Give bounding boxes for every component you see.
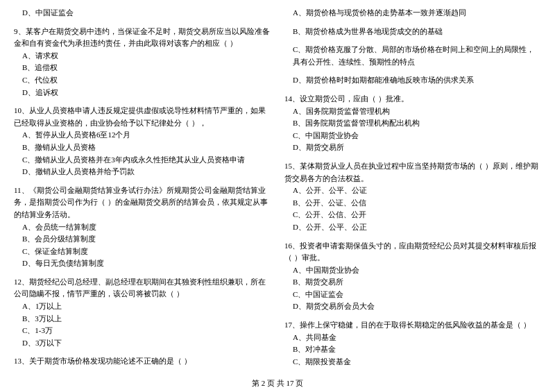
q16-optD: D、期货交易所会员大会 [284, 300, 541, 313]
q12-text: 12、期货经纪公司总经理、副总经理在职期间在其独资利性组织兼职，所在公司隐瞒不报… [14, 276, 271, 300]
q11-optB: B、会员分级结算制度 [14, 233, 271, 246]
q15-text: 15、某体期货从业人员在执业过程中应当坚持期货市场的（ ）原则，维护期货交易各方… [284, 160, 541, 185]
q9-text: 9、某客户在期货交易中违约，当保证金不足时，期货交易所应当以风险准备金和自有资金… [14, 26, 271, 50]
q11-optC: C、保证金结算制度 [14, 246, 271, 258]
q9-optC: C、代位权 [14, 74, 271, 87]
option-d-text: D、中国证监会 [14, 7, 271, 19]
q17-optA: A、共同基金 [284, 332, 541, 344]
right-optC: C、期货价格克服了分散、局部的市场价格在时间上和空间上的局限性，具有公开性、连续… [284, 44, 541, 68]
right-optB-text: B、期货价格成为世界各地现货成交的的基础 [284, 26, 541, 38]
q16-optA: A、中国期货业协会 [284, 264, 541, 277]
q12-optA: A、1万以上 [14, 300, 271, 313]
page-container: D、中国证监会 9、某客户在期货交易中违约，当保证金不足时，期货交易所应当以风险… [14, 7, 541, 389]
question-16: 16、投资者申请套期保值头寸的，应由期货经纪公员对其提交材料审核后报（ ）审批。… [284, 240, 541, 314]
left-column: D、中国证监会 9、某客户在期货交易中违约，当保证金不足时，期货交易所应当以风险… [14, 7, 271, 371]
question-11: 11、《期货公司金融期货结算业务试行办法》所规期货公司金融期货结算业务，是指期货… [14, 185, 271, 270]
q14-optC: C、中国期货业协会 [284, 130, 541, 142]
q10-text: 10、从业人员资格申请人违反规定提供虚假或说导性材料情节严重的，如果已经取得从业… [14, 105, 271, 129]
q9-optA: A、请求权 [14, 50, 271, 62]
right-optA: A、期货价格与现货价格的走势基本一致并逐渐趋同 [284, 7, 541, 19]
q14-optB: B、国务院期货监督管理机构配出机构 [284, 117, 541, 130]
right-optB: B、期货价格成为世界各地现货成交的的基础 [284, 26, 541, 38]
question-9: 9、某客户在期货交易中违约，当保证金不足时，期货交易所应当以风险准备金和自有资金… [14, 26, 271, 99]
right-column: A、期货价格与现货价格的走势基本一致并逐渐趋同 B、期货价格成为世界各地现货成交… [284, 7, 541, 371]
question-10: 10、从业人员资格申请人违反规定提供虚假或说导性材料情节严重的，如果已经取得从业… [14, 105, 271, 178]
q16-text: 16、投资者申请套期保值头寸的，应由期货经纪公员对其提交材料审核后报（ ）审批。 [284, 240, 541, 264]
q17-optC: C、期限投资基金 [284, 356, 541, 368]
question-17: 17、操作上保守稳健，目的在于取得长期稳定的低风险收益的基金是（ ） A、共同基… [284, 319, 541, 368]
q17-text: 17、操作上保守稳健，目的在于取得长期稳定的低风险收益的基金是（ ） [284, 319, 541, 332]
right-optC-text: C、期货价格克服了分散、局部的市场价格在时间上和空间上的局限性，具有公开性、连续… [284, 44, 541, 68]
page-number: 第 2 页 共 17 页 [14, 378, 541, 389]
question-15: 15、某体期货从业人员在执业过程中应当坚持期货市场的（ ）原则，维护期货交易各方… [284, 160, 541, 234]
q14-optD: D、期货交易所 [284, 142, 541, 154]
question-13: 13、关于期货市场价格发现功能论述不正确的是（ ） [14, 355, 271, 368]
q10-optC: C、撤销从业人员资格并在3年内或永久性拒绝其从业人员资格申请 [14, 154, 271, 167]
q12-optB: B、3万以上 [14, 313, 271, 325]
right-optD: D、期货价格时时如期都能准确地反映市场的供求关系 [284, 74, 541, 87]
question-12: 12、期货经纪公司总经理、副总经理在职期间在其独资利性组织兼职，所在公司隐瞒不报… [14, 276, 271, 350]
q9-optD: D、追诉权 [14, 87, 271, 99]
q13-text: 13、关于期货市场价格发现功能论述不正确的是（ ） [14, 355, 271, 368]
q11-optD: D、每日无负债结算制度 [14, 257, 271, 270]
q15-optB: B、公开、公证、公信 [284, 197, 541, 210]
q14-text: 14、设立期货公司，应由（ ）批准。 [284, 93, 541, 105]
question-14: 14、设立期货公司，应由（ ）批准。 A、国务院期货监督管理机构 B、国务院期货… [284, 93, 541, 154]
right-optA-text: A、期货价格与现货价格的走势基本一致并逐渐趋同 [284, 7, 541, 19]
q15-optD: D、公开、公平、公正 [284, 221, 541, 234]
q14-optA: A、国务院期货监督管理机构 [284, 105, 541, 118]
q12-optD: D、3万以下 [14, 337, 271, 350]
q15-optA: A、公开、公平、公证 [284, 185, 541, 197]
q10-optD: D、撤销从业人员资格并给予罚款 [14, 166, 271, 178]
q11-text: 11、《期货公司金融期货结算业务试行办法》所规期货公司金融期货结算业务，是指期货… [14, 185, 271, 221]
content-columns: D、中国证监会 9、某客户在期货交易中违约，当保证金不足时，期货交易所应当以风险… [14, 7, 541, 371]
q9-optB: B、追偿权 [14, 62, 271, 74]
q11-optA: A、会员统一结算制度 [14, 221, 271, 234]
q10-optB: B、撤销从业人员资格 [14, 142, 271, 154]
question-d: D、中国证监会 [14, 7, 271, 19]
right-optD-text: D、期货价格时时如期都能准确地反映市场的供求关系 [284, 74, 541, 87]
q12-optC: C、1-3万 [14, 325, 271, 337]
q10-optA: A、暂停从业人员资格6至12个月 [14, 129, 271, 142]
q17-optB: B、对冲基金 [284, 343, 541, 356]
q16-optC: C、中国证监会 [284, 289, 541, 301]
q16-optB: B、期货交易所 [284, 276, 541, 289]
q15-optC: C、公开、公信、公开 [284, 209, 541, 221]
